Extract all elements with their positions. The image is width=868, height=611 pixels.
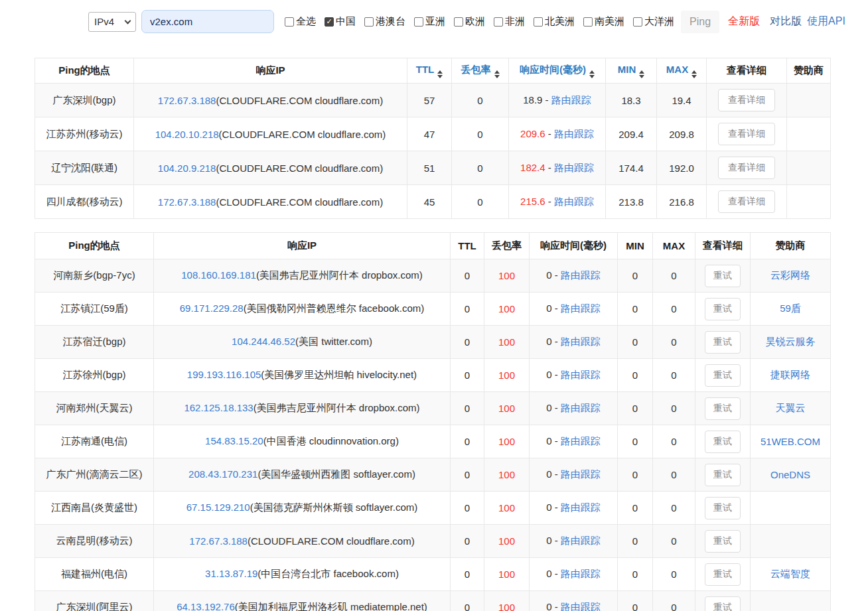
checkbox-icon[interactable]: [534, 17, 543, 27]
action-button[interactable]: 重试: [705, 497, 741, 519]
ip-version-select[interactable]: IPv4: [88, 12, 136, 32]
checkbox-icon[interactable]: [633, 17, 642, 27]
checkbox-icon[interactable]: [364, 17, 374, 27]
trace-route-link[interactable]: 路由跟踪: [561, 435, 601, 446]
trace-route-link[interactable]: 路由跟踪: [561, 303, 601, 314]
sponsor-link[interactable]: OneDNS: [770, 469, 810, 480]
sponsor-link[interactable]: 云端智度: [770, 568, 810, 579]
action-button[interactable]: 重试: [705, 596, 741, 611]
checkbox-icon[interactable]: [285, 17, 294, 27]
trace-route-link[interactable]: 路由跟踪: [554, 162, 594, 173]
action-button[interactable]: 查看详细: [718, 123, 775, 145]
table-row: 江苏南通(电信) 154.83.15.20(中国香港 cloudinnovati…: [35, 425, 831, 458]
trace-route-link[interactable]: 路由跟踪: [561, 369, 601, 380]
action-button[interactable]: 查看详细: [718, 157, 775, 179]
ip-link[interactable]: 104.20.10.218: [155, 129, 219, 140]
ip-link[interactable]: 69.171.229.28: [180, 303, 244, 314]
region-checkbox[interactable]: 港澳台: [364, 15, 405, 28]
trace-route-link[interactable]: 路由跟踪: [561, 269, 601, 281]
loss-cell: 100: [484, 392, 530, 425]
ip-link[interactable]: 199.193.116.105: [187, 369, 261, 380]
ip-link[interactable]: 154.83.15.20: [205, 435, 263, 446]
trace-route-link[interactable]: 路由跟踪: [561, 336, 601, 347]
action-button[interactable]: 重试: [705, 364, 741, 387]
checkbox-icon[interactable]: [414, 17, 423, 27]
ip-link[interactable]: 104.244.46.52: [232, 336, 295, 347]
ping-button[interactable]: Ping: [681, 11, 719, 33]
ip-link[interactable]: 108.160.169.181: [181, 269, 256, 281]
ip-link[interactable]: 172.67.3.188: [158, 196, 216, 208]
column-header: 赞助商: [787, 58, 831, 84]
trace-route-link[interactable]: 路由跟踪: [561, 535, 601, 546]
dash-separator: -: [552, 336, 561, 347]
link-compare-version[interactable]: 对比版: [770, 15, 802, 29]
action-button[interactable]: 重试: [705, 464, 741, 486]
region-checkbox[interactable]: 全选: [285, 15, 316, 28]
region-checkbox[interactable]: ✓ 中国: [325, 15, 356, 28]
region-checkbox[interactable]: 北美洲: [534, 15, 575, 28]
region-checkbox[interactable]: 非洲: [494, 15, 525, 28]
region-checkbox[interactable]: 大洋洲: [633, 15, 674, 28]
ip-version-value: IPv4: [94, 16, 114, 27]
loss-cell: 100: [484, 492, 530, 525]
dash-separator: -: [552, 502, 561, 513]
region-checkbox[interactable]: 亚洲: [414, 15, 445, 28]
sponsor-link[interactable]: 天翼云: [776, 402, 806, 413]
max-cell: 192.0: [657, 151, 707, 185]
column-header[interactable]: 响应时间(毫秒): [509, 58, 606, 84]
action-button[interactable]: 重试: [705, 298, 741, 320]
response-time: 0: [546, 568, 551, 579]
ip-link[interactable]: 208.43.170.231: [188, 468, 257, 480]
trace-route-link[interactable]: 路由跟踪: [554, 196, 594, 207]
action-button[interactable]: 重试: [705, 331, 741, 354]
link-new-version[interactable]: 全新版: [728, 15, 760, 29]
ip-link[interactable]: 172.67.3.188: [189, 535, 248, 547]
ip-link[interactable]: 104.20.9.218: [158, 163, 216, 174]
response-time: 209.6: [520, 128, 545, 139]
ip-cell: 172.67.3.188(CLOUDFLARE.COM cloudflare.c…: [134, 84, 407, 117]
action-button[interactable]: 重试: [705, 431, 741, 453]
link-use-api[interactable]: 使用API: [807, 15, 845, 29]
trace-route-link[interactable]: 路由跟踪: [561, 468, 601, 480]
column-header[interactable]: 丢包率: [452, 58, 509, 84]
max-cell: 0: [653, 259, 695, 293]
checkbox-icon[interactable]: [454, 17, 463, 27]
checkbox-icon[interactable]: ✓: [325, 17, 334, 27]
sponsor-link[interactable]: 云彩网络: [770, 269, 810, 281]
sponsor-link[interactable]: 捷联网络: [770, 369, 810, 380]
sponsor-link[interactable]: 59盾: [780, 303, 801, 314]
loss-cell: 0: [452, 117, 509, 151]
ip-link[interactable]: 172.67.3.188: [158, 95, 216, 106]
ip-link[interactable]: 31.13.87.19: [205, 568, 257, 579]
column-header: 赞助商: [751, 233, 831, 259]
checkbox-icon[interactable]: [494, 17, 503, 27]
sponsor-link[interactable]: 昊锐云服务: [766, 336, 816, 347]
checkbox-icon[interactable]: [583, 17, 593, 27]
action-button[interactable]: 重试: [705, 530, 741, 553]
column-header[interactable]: MIN: [606, 58, 657, 84]
response-time: 0: [546, 303, 551, 314]
action-button[interactable]: 重试: [705, 397, 741, 420]
response-time: 0: [546, 369, 551, 380]
ip-link[interactable]: 162.125.18.133: [184, 402, 253, 413]
host-input[interactable]: [141, 10, 274, 33]
trace-route-link[interactable]: 路由跟踪: [551, 94, 591, 105]
trace-route-link[interactable]: 路由跟踪: [561, 601, 601, 611]
ip-cell: 104.244.46.52(美国 twitter.com): [154, 326, 451, 359]
region-checkbox[interactable]: 欧洲: [454, 15, 485, 28]
sponsor-link[interactable]: 51WEB.COM: [760, 436, 820, 447]
time-cell: 0 - 路由跟踪: [530, 458, 618, 492]
action-button[interactable]: 重试: [705, 265, 741, 287]
region-checkbox[interactable]: 南美洲: [583, 15, 624, 28]
action-button[interactable]: 查看详细: [718, 190, 775, 213]
ip-link[interactable]: 67.15.129.210: [186, 502, 250, 513]
trace-route-link[interactable]: 路由跟踪: [561, 568, 601, 579]
trace-route-link[interactable]: 路由跟踪: [561, 502, 601, 513]
action-button[interactable]: 查看详细: [718, 89, 775, 111]
trace-route-link[interactable]: 路由跟踪: [561, 402, 601, 413]
trace-route-link[interactable]: 路由跟踪: [554, 128, 594, 139]
column-header[interactable]: MAX: [657, 58, 707, 84]
action-button[interactable]: 重试: [705, 563, 741, 586]
ip-link[interactable]: 64.13.192.76: [177, 601, 235, 611]
column-header[interactable]: TTL: [407, 58, 452, 84]
